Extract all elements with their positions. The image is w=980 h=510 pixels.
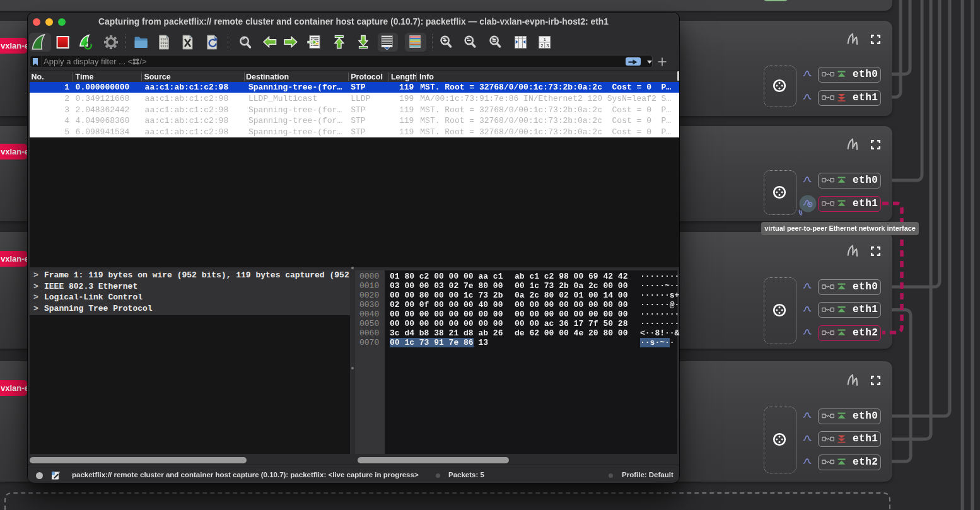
svg-text:0111: 0111 <box>161 45 168 49</box>
svg-text:3: 3 <box>546 43 549 49</box>
svg-text:1: 1 <box>544 37 546 42</box>
svg-text:2: 2 <box>540 43 543 49</box>
